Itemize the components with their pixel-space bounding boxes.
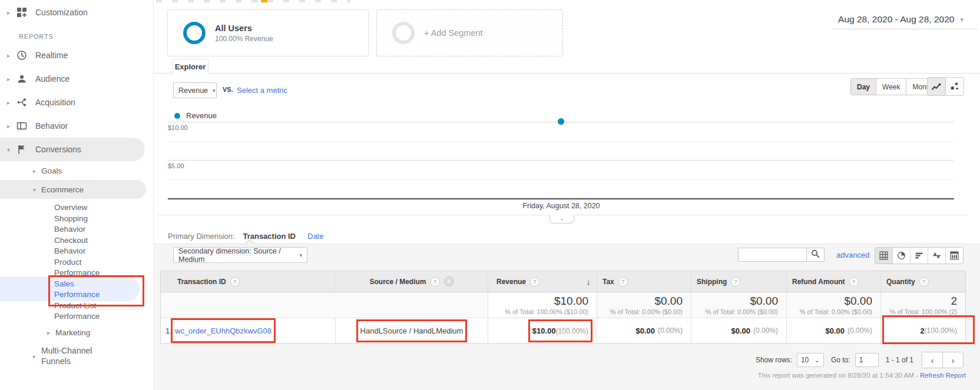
caret-right-icon: ▸ xyxy=(47,329,55,336)
sidebar-item-conversions[interactable]: ▾ Conversions xyxy=(0,138,145,161)
caret-right-icon: ▸ xyxy=(7,99,15,106)
customization-icon xyxy=(16,7,27,18)
primary-dimension-transaction-id[interactable]: Transaction ID xyxy=(243,232,296,241)
help-icon[interactable]: ? xyxy=(431,277,440,286)
clock-icon xyxy=(16,50,27,61)
search-icon xyxy=(811,249,820,261)
line-chart-button[interactable] xyxy=(928,78,946,95)
report-main: All Users 100.00% Revenue + Add Segment … xyxy=(153,0,980,390)
sidebar-item-marketing[interactable]: ▸ Marketing xyxy=(0,322,153,342)
chart-legend: Revenue xyxy=(174,111,217,120)
chevron-down-icon: ⌄ xyxy=(815,356,820,364)
sidebar-item-label: Audience xyxy=(35,74,69,84)
caret-down-icon: ▾ xyxy=(213,88,216,94)
primary-dimension-label: Primary Dimension: xyxy=(168,232,234,241)
x-axis-label: Friday, August 28, 2020 xyxy=(522,202,600,210)
search-button[interactable] xyxy=(806,248,825,262)
column-header-quantity[interactable]: Quantity ? xyxy=(881,271,965,292)
gridline-5 xyxy=(168,160,954,161)
refresh-report-link[interactable]: Refresh Report xyxy=(920,372,966,379)
column-header-refund-amount[interactable]: Refund Amount ? xyxy=(787,271,881,292)
help-icon[interactable]: ? xyxy=(731,277,740,286)
transaction-id-link[interactable]: wc_order_EUhhQbzkwvG08 xyxy=(175,326,272,335)
sidebar-item-sales-performance[interactable]: Sales Performance xyxy=(54,279,111,300)
tab-divider xyxy=(153,73,980,74)
sidebar-item-goals[interactable]: ▸ Goals xyxy=(0,161,153,180)
sidebar-item-product-list-performance[interactable]: Product List Performance xyxy=(54,301,111,322)
cell-revenue: $10.00(100.00%) xyxy=(488,318,597,343)
vs-label: vs. xyxy=(223,86,233,93)
sidebar-item-multi-channel-funnels[interactable]: ▸ Multi-Channel Funnels xyxy=(0,344,153,368)
help-icon[interactable]: ? xyxy=(530,277,539,286)
column-header-source-medium[interactable]: Source / Medium ? × xyxy=(336,271,488,292)
cell-refund-amount: $0.00(0.00%) xyxy=(787,318,881,343)
reports-section-header: REPORTS xyxy=(0,33,153,41)
collapse-chart-handle[interactable]: ⌄ xyxy=(549,215,574,224)
next-page-button[interactable]: › xyxy=(943,352,963,368)
help-icon[interactable]: ? xyxy=(849,277,859,286)
date-range-selector[interactable]: Aug 28, 2020 - Aug 28, 2020 ▾ xyxy=(832,14,978,29)
advanced-search-link[interactable]: advanced xyxy=(836,251,869,259)
row-index: 1. xyxy=(165,326,175,335)
granularity-week-button[interactable]: Week xyxy=(876,79,906,95)
percentage-view-icon[interactable] xyxy=(893,248,911,264)
pivot-view-icon[interactable] xyxy=(946,248,963,264)
help-icon[interactable]: ? xyxy=(919,277,929,286)
caret-right-icon: ▸ xyxy=(7,52,15,59)
segment-all-users[interactable]: All Users 100.00% Revenue xyxy=(167,9,369,56)
comparison-view-icon[interactable] xyxy=(928,248,946,264)
sidebar-item-product-performance[interactable]: Product Performance xyxy=(54,257,111,278)
help-icon[interactable]: ? xyxy=(618,277,628,286)
add-segment-button[interactable]: + Add Segment xyxy=(376,9,563,56)
sidebar-item-label: Marketing xyxy=(55,328,90,337)
chart-type-toggle xyxy=(927,77,964,96)
page-nav-buttons: ‹ › xyxy=(922,352,964,368)
sidebar-item-overview[interactable]: Overview xyxy=(54,202,111,213)
help-icon[interactable]: ? xyxy=(230,277,240,286)
table-view-icon[interactable] xyxy=(875,248,893,264)
caret-down-icon: ▾ xyxy=(7,146,15,153)
remove-secondary-dimension-icon[interactable]: × xyxy=(444,276,454,286)
column-header-shipping[interactable]: Shipping ? xyxy=(691,271,787,292)
cell-quantity: 2(100.00%) xyxy=(881,318,965,343)
sidebar-item-audience[interactable]: ▸ Audience xyxy=(0,67,153,91)
sidebar-item-behavior[interactable]: ▸ Behavior xyxy=(0,114,153,138)
goto-page-input[interactable] xyxy=(855,353,879,367)
row-range: 1 - 1 of 1 xyxy=(886,356,913,364)
add-segment-label: + Add Segment xyxy=(424,28,483,38)
performance-view-icon[interactable] xyxy=(911,248,928,264)
column-header-tax[interactable]: Tax ? xyxy=(597,271,691,292)
analytics-report-page: ▸ Customization REPORTS ▸ Realtime ▸ Aud… xyxy=(0,0,980,390)
sort-descending-icon[interactable]: ↓ xyxy=(587,276,591,286)
tab-explorer[interactable]: Explorer xyxy=(172,59,208,74)
behavior-icon xyxy=(16,121,27,131)
caret-down-icon: ▾ xyxy=(299,252,302,258)
generated-timestamp: This report was generated on 8/28/20 at … xyxy=(757,372,918,379)
acquisition-icon xyxy=(16,97,27,108)
show-rows-select[interactable]: 10 ⌄ xyxy=(797,353,824,367)
secondary-dimension-dropdown[interactable]: Secondary dimension: Source / Medium ▾ xyxy=(173,247,307,263)
legend-label: Revenue xyxy=(186,111,217,120)
sidebar-item-acquisition[interactable]: ▸ Acquisition xyxy=(0,91,153,114)
gridline-minor xyxy=(168,141,954,142)
caret-right-icon: ▸ xyxy=(7,123,15,129)
column-header-revenue[interactable]: Revenue ? ↓ xyxy=(488,271,597,292)
motion-chart-button[interactable] xyxy=(946,78,964,95)
flag-icon xyxy=(16,144,27,155)
metric-dropdown[interactable]: Revenue ▾ xyxy=(173,82,217,98)
select-a-metric-link[interactable]: Select a metric xyxy=(237,86,287,95)
segment-circle-icon xyxy=(183,22,206,44)
sidebar-item-realtime[interactable]: ▸ Realtime xyxy=(0,44,153,67)
table-header-row: Transaction ID ? Source / Medium ? × Rev… xyxy=(161,271,965,292)
search-input[interactable] xyxy=(738,248,806,262)
granularity-day-button[interactable]: Day xyxy=(851,79,876,95)
sidebar-item-customization[interactable]: ▸ Customization xyxy=(0,2,153,22)
sidebar-item-shopping-behavior[interactable]: Shopping Behavior xyxy=(54,214,111,235)
previous-page-button[interactable]: ‹ xyxy=(922,352,943,368)
table-summary-row: $10.00 % of Total: 100.00% ($10.00) $0.0… xyxy=(161,292,965,318)
primary-dimension-date[interactable]: Date xyxy=(307,232,323,241)
sidebar-item-checkout-behavior[interactable]: Checkout Behavior xyxy=(54,235,111,256)
segment-title: All Users xyxy=(215,24,273,33)
sidebar-item-ecommerce[interactable]: ▾ Ecommerce xyxy=(0,180,146,199)
column-header-transaction-id[interactable]: Transaction ID ? xyxy=(161,271,336,292)
